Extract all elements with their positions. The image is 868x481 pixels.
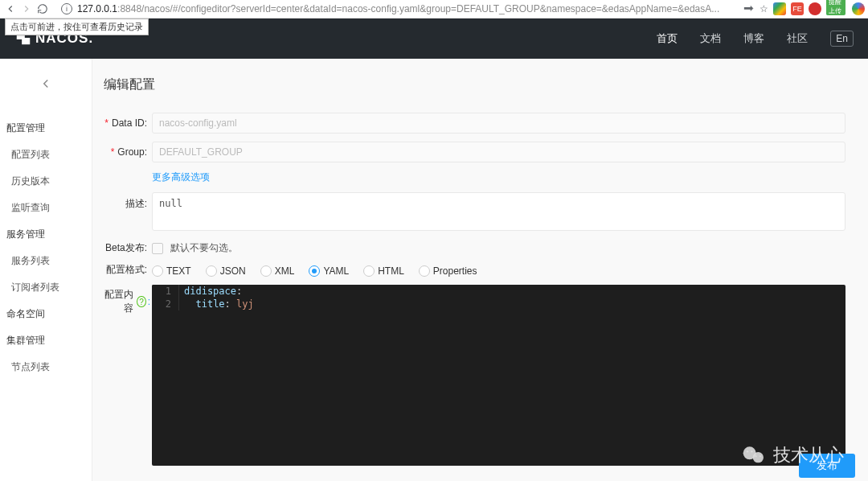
sidebar: 配置管理 配置列表 历史版本 监听查询 服务管理 服务列表 订阅者列表 命名空间… [0, 59, 92, 481]
page-title: 编辑配置 [104, 76, 845, 93]
browser-chrome: i 127.0.0.1:8848/nacos/#/configeditor?se… [0, 0, 868, 18]
desc-textarea[interactable]: null [152, 192, 845, 231]
sidebar-item-node-list[interactable]: 节点列表 [0, 354, 92, 380]
address-bar[interactable]: i 127.0.0.1:8848/nacos/#/configeditor?se… [55, 1, 734, 17]
collapse-icon[interactable] [0, 76, 92, 93]
ext-icon-5[interactable] [852, 2, 865, 15]
format-radio-text[interactable]: TEXT [152, 265, 191, 277]
format-radio-html[interactable]: HTML [363, 265, 404, 277]
sidebar-item-listener[interactable]: 监听查询 [0, 195, 92, 221]
beta-checkbox[interactable] [152, 243, 163, 254]
label-desc: 描述: [104, 192, 152, 211]
format-radio-properties[interactable]: Properties [419, 265, 477, 277]
format-radio-json[interactable]: JSON [206, 265, 246, 277]
code-line: 2 title: lyj [152, 298, 845, 310]
data-id-input[interactable] [152, 113, 845, 134]
header-nav: 首页 文档 博客 社区 En [657, 31, 854, 47]
code-line: 1didispace: [152, 285, 845, 298]
sidebar-group-service[interactable]: 服务管理 [0, 221, 92, 248]
nav-docs[interactable]: 文档 [700, 31, 721, 46]
url-text: 127.0.0.1:8848/nacos/#/configeditor?serv… [77, 3, 719, 14]
nav-community[interactable]: 社区 [787, 31, 808, 46]
site-info-icon[interactable]: i [61, 3, 72, 14]
ext-icon-3[interactable] [809, 2, 821, 15]
label-group: *Group: [104, 142, 152, 158]
reload-icon[interactable] [35, 2, 50, 16]
label-format: 配置格式: [104, 263, 152, 277]
sidebar-group-cluster[interactable]: 集群管理 [0, 327, 92, 354]
sidebar-item-history[interactable]: 历史版本 [0, 168, 92, 195]
label-empty [104, 171, 152, 175]
main-content: 编辑配置 *Data ID: *Group: 更多高级选项 描述: null B… [92, 59, 868, 481]
beta-hint: 默认不要勾选。 [170, 242, 238, 253]
label-content: 配置内容 ? : [104, 285, 152, 315]
forward-icon[interactable] [19, 2, 34, 16]
nav-home[interactable]: 首页 [657, 31, 678, 46]
label-beta: Beta发布: [104, 241, 152, 255]
history-tooltip: 点击可前进，按住可查看历史记录 [5, 18, 149, 35]
nav-icons [3, 2, 50, 16]
sidebar-item-namespace[interactable]: 命名空间 [0, 301, 92, 327]
format-radio-group: TEXTJSONXMLYAMLHTMLProperties [152, 264, 845, 277]
sidebar-item-service-list[interactable]: 服务列表 [0, 248, 92, 274]
lang-toggle[interactable]: En [830, 31, 854, 47]
ext-icon-1[interactable] [773, 2, 786, 15]
advanced-link[interactable]: 更多高级选项 [152, 171, 210, 184]
back-icon[interactable] [3, 2, 18, 16]
sidebar-item-config-list[interactable]: 配置列表 [0, 142, 92, 168]
format-radio-xml[interactable]: XML [260, 265, 295, 277]
extension-icons: ⮕ ☆ FE 提醒上传 [743, 2, 865, 15]
ext-icon-2[interactable]: FE [791, 2, 804, 15]
publish-button[interactable]: 发布 [799, 454, 855, 478]
group-input[interactable] [152, 142, 845, 162]
body-grid: 配置管理 配置列表 历史版本 监听查询 服务管理 服务列表 订阅者列表 命名空间… [0, 59, 868, 481]
ext-icon-4[interactable]: 提醒上传 [826, 2, 839, 15]
star-icon[interactable]: ☆ [760, 3, 768, 14]
format-radio-yaml[interactable]: YAML [309, 265, 349, 277]
help-icon[interactable]: ? [137, 296, 145, 307]
nav-blog[interactable]: 博客 [743, 31, 764, 46]
sidebar-item-subscriber[interactable]: 订阅者列表 [0, 274, 92, 301]
translate-icon[interactable]: ⮕ [743, 2, 755, 15]
code-editor[interactable]: 1didispace:2 title: lyj [152, 285, 845, 466]
sidebar-group-config[interactable]: 配置管理 [0, 115, 92, 142]
label-data-id: *Data ID: [104, 113, 152, 129]
